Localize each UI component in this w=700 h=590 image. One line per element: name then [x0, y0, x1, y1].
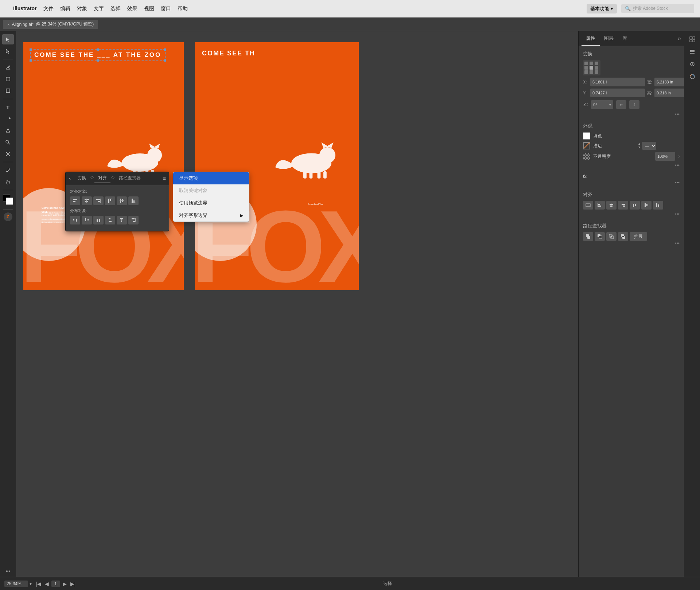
anchor-br[interactable] — [595, 70, 598, 74]
panel-tab-layers[interactable]: 图层 — [600, 31, 618, 46]
align-more-button[interactable]: ••• — [583, 212, 680, 217]
menu-select[interactable]: 选择 — [110, 5, 121, 12]
stroke-color-swatch[interactable] — [583, 142, 590, 149]
distribute-right-button[interactable] — [128, 216, 139, 224]
fp-tab-pathfinder[interactable]: 路径查找器 — [115, 173, 144, 183]
transform-y-input[interactable] — [590, 89, 645, 97]
distribute-bottom-button[interactable] — [93, 216, 104, 224]
context-menu-item-cancel-key[interactable]: 取消关键对象 — [173, 184, 249, 197]
rectangle-tool[interactable] — [2, 86, 14, 96]
align-to-selector[interactable] — [583, 201, 593, 210]
fill-color-swatch[interactable] — [583, 132, 590, 140]
context-menu-item-use-preview[interactable]: 使用预览边界 — [173, 197, 249, 209]
align-bottom-button[interactable] — [128, 196, 139, 205]
zoom-tool[interactable] — [2, 137, 14, 147]
pathfinder-more-button[interactable]: ••• — [583, 241, 680, 246]
align-left-button[interactable] — [70, 196, 80, 205]
stroke-up-arrow[interactable]: ▲ — [638, 142, 641, 146]
align-center-h-button[interactable] — [82, 196, 92, 205]
tab-close-button[interactable]: × — [7, 22, 9, 27]
floating-panel-close-button[interactable]: × — [69, 176, 71, 181]
workspace-selector[interactable]: 基本功能 ▾ — [587, 4, 617, 13]
pathfinder-minus-front-button[interactable] — [595, 232, 605, 241]
distribute-left-button[interactable] — [105, 216, 115, 224]
stroke-type-select[interactable]: — — [642, 142, 656, 150]
fp-tab-align[interactable]: 对齐 — [94, 173, 110, 183]
pathfinder-expand-button[interactable]: 扩展 — [630, 232, 647, 241]
direct-selection-tool[interactable] — [2, 46, 14, 56]
rotation-chevron-icon[interactable]: ▾ — [609, 103, 611, 107]
eyedropper-tool[interactable] — [2, 165, 14, 175]
rotate-tool[interactable] — [2, 114, 14, 124]
nav-next-end-button[interactable]: ▶| — [69, 581, 77, 587]
stroke-down-arrow[interactable]: ▼ — [638, 146, 641, 149]
scissors-tool[interactable] — [2, 149, 14, 159]
align-centers-h-button[interactable] — [606, 201, 617, 210]
floating-panel-menu-button[interactable]: ≡ — [163, 176, 166, 181]
transform-w-input[interactable] — [654, 78, 684, 86]
search-bar[interactable]: 🔍 搜索 Adobe Stock — [621, 4, 694, 13]
appearance-more-button[interactable]: ••• — [583, 163, 680, 168]
fx-more-button[interactable]: ••• — [583, 180, 680, 185]
menu-edit[interactable]: 编辑 — [60, 5, 70, 12]
align-right-edges-button[interactable] — [618, 201, 628, 210]
align-top-edges-button[interactable] — [630, 201, 640, 210]
panel-tabs-more-button[interactable]: » — [678, 35, 681, 42]
fp-tab-transform[interactable]: 变换 — [74, 173, 90, 183]
pathfinder-exclude-button[interactable] — [618, 232, 628, 241]
distribute-top-button[interactable] — [70, 216, 80, 224]
anchor-mc[interactable] — [590, 66, 593, 70]
stroke-value-stepper[interactable]: ▲ ▼ — [638, 142, 641, 149]
nav-next-button[interactable]: ▶ — [62, 581, 68, 587]
anchor-ml[interactable] — [584, 66, 588, 70]
anchor-mr[interactable] — [595, 66, 598, 70]
anchor-bl[interactable] — [584, 70, 588, 74]
context-menu-item-show-options[interactable]: 显示选项 — [173, 172, 249, 184]
far-right-color-button[interactable] — [687, 71, 698, 82]
pathfinder-unite-button[interactable] — [583, 232, 593, 241]
far-right-properties-button[interactable] — [687, 59, 698, 69]
align-right-button[interactable] — [93, 196, 104, 205]
rotation-input[interactable] — [593, 102, 608, 107]
transform-more-button[interactable]: ••• — [583, 112, 680, 117]
canvas-area[interactable]: www.MacZ.com COME SEE THE ___ AT THE ZOO — [16, 31, 578, 577]
panel-tab-properties[interactable]: 属性 — [582, 31, 600, 46]
background-color[interactable] — [6, 198, 13, 205]
panel-tab-library[interactable]: 库 — [618, 31, 631, 46]
far-right-layers-button[interactable] — [687, 47, 698, 57]
flip-h-button[interactable]: ⇔ — [616, 100, 626, 109]
pathfinder-intersect-button[interactable] — [606, 232, 617, 241]
opacity-input[interactable] — [655, 152, 675, 161]
page-number-input[interactable] — [51, 581, 60, 587]
anchor-tr[interactable] — [595, 62, 598, 65]
align-bottom-edges-button[interactable] — [653, 201, 663, 210]
distribute-center-h-button[interactable] — [117, 216, 127, 224]
far-right-grid-button[interactable] — [687, 34, 698, 44]
color-box[interactable] — [3, 195, 13, 205]
anchor-tc[interactable] — [590, 62, 593, 65]
menu-object[interactable]: 对象 — [77, 5, 87, 12]
more-tools-button[interactable]: ••• — [5, 569, 10, 574]
menu-effect[interactable]: 效果 — [127, 5, 137, 12]
text-tool[interactable]: T — [2, 102, 14, 112]
opacity-chevron-icon[interactable]: › — [678, 154, 680, 159]
anchor-tl[interactable] — [584, 62, 588, 65]
transform-h-input[interactable] — [654, 89, 684, 97]
pen-tool[interactable] — [2, 62, 14, 73]
distribute-center-v-button[interactable] — [82, 216, 92, 224]
menu-help[interactable]: 帮助 — [178, 5, 188, 12]
menu-text[interactable]: 文字 — [94, 5, 104, 12]
menu-illustrator[interactable]: Illustrator — [13, 5, 37, 12]
align-top-button[interactable] — [105, 196, 115, 205]
anchor-bc[interactable] — [590, 70, 593, 74]
nav-prev-button[interactable]: ◀ — [44, 581, 50, 587]
shape-tool[interactable] — [2, 125, 14, 136]
menu-file[interactable]: 文件 — [43, 5, 54, 12]
zoom-chevron-icon[interactable]: ▾ — [30, 581, 32, 586]
document-tab[interactable]: × Aligning.ai* @ 25.34% (CMYK/GPU 预览) — [3, 20, 98, 29]
flip-v-button[interactable]: ⇕ — [629, 100, 639, 109]
align-left-edges-button[interactable] — [595, 201, 605, 210]
z-icon[interactable]: Z — [4, 212, 12, 221]
transform-x-input[interactable] — [590, 78, 645, 86]
context-menu-item-align-glyphs[interactable]: 对齐字形边界 ▶ — [173, 209, 249, 222]
